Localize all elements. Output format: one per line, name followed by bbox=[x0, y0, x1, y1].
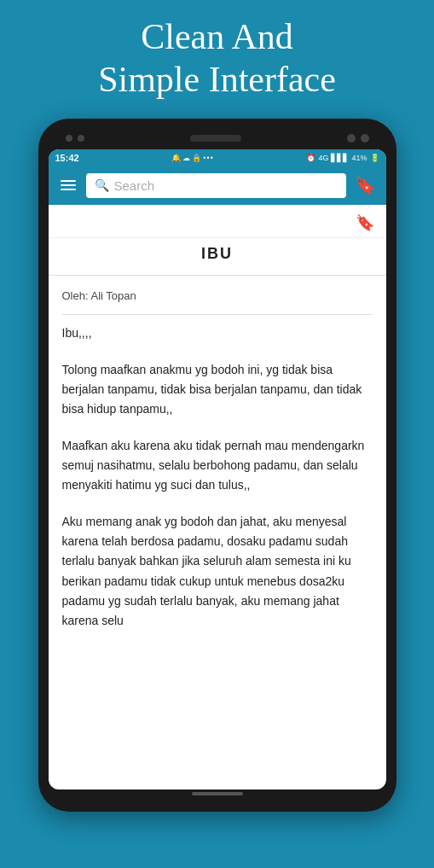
app-toolbar: 🔍 Search 🔖 bbox=[49, 166, 386, 205]
status-cloud-icon: ☁ bbox=[182, 154, 190, 162]
poem-author: Oleh: Ali Topan bbox=[62, 288, 373, 315]
phone-mockup: 15:42 🔔 ☁ 🔒 ••• ⏰ 4G ▋▋▋ 41% 🔋 bbox=[38, 119, 396, 812]
hamburger-line-3 bbox=[61, 189, 76, 190]
status-bar: 15:42 🔔 ☁ 🔒 ••• ⏰ 4G ▋▋▋ 41% 🔋 bbox=[49, 149, 386, 166]
status-lock-icon: 🔒 bbox=[192, 154, 201, 162]
hamburger-menu-button[interactable] bbox=[57, 178, 79, 192]
phone-sensors bbox=[347, 134, 369, 143]
status-right-icons: ⏰ 4G ▋▋▋ 41% 🔋 bbox=[306, 154, 379, 162]
hamburger-line-2 bbox=[61, 184, 76, 186]
hamburger-line-1 bbox=[61, 180, 76, 182]
camera-dot-2 bbox=[78, 135, 84, 142]
camera-dot-1 bbox=[66, 135, 72, 142]
sensor-dot-2 bbox=[361, 134, 369, 143]
status-dots: ••• bbox=[203, 154, 213, 162]
sensor-dot-1 bbox=[347, 134, 356, 143]
poem-header: 🔖 bbox=[49, 205, 386, 238]
phone-screen: 15:42 🔔 ☁ 🔒 ••• ⏰ 4G ▋▋▋ 41% 🔋 bbox=[49, 149, 386, 789]
status-signal: 4G bbox=[318, 154, 328, 162]
search-icon: 🔍 bbox=[95, 178, 109, 192]
status-time: 15:42 bbox=[55, 153, 79, 163]
status-notification-icon: 🔔 bbox=[171, 154, 181, 162]
bookmark-button[interactable]: 🔖 bbox=[353, 173, 378, 197]
header-title: Clean AndSimple Interface bbox=[64, 0, 370, 119]
poem-bookmark-icon[interactable]: 🔖 bbox=[356, 213, 374, 232]
poem-stanza-4: Aku memang anak yg bodoh dan jahat, aku … bbox=[62, 512, 373, 631]
poem-title: IBU bbox=[49, 238, 386, 276]
phone-top-bar bbox=[49, 129, 386, 149]
header-section: Clean AndSimple Interface bbox=[64, 0, 370, 119]
status-wifi: ▋▋▋ bbox=[331, 154, 349, 162]
content-area: 🔖 IBU Oleh: Ali Topan Ibu,,,, Tolong maa… bbox=[49, 205, 386, 660]
poem-stanza-2: Tolong maafkan anakmu yg bodoh ini, yg t… bbox=[62, 360, 373, 419]
status-alarm-icon: ⏰ bbox=[306, 154, 315, 162]
home-indicator bbox=[192, 792, 243, 795]
search-bar[interactable]: 🔍 Search bbox=[86, 173, 346, 198]
poem-stanza-1: Ibu,,,, bbox=[62, 323, 373, 343]
poem-stanza-3: Maafkan aku karena aku tidak pernah mau … bbox=[62, 436, 373, 495]
poem-body: Oleh: Ali Topan Ibu,,,, Tolong maafkan a… bbox=[49, 276, 386, 660]
phone-camera-area bbox=[66, 135, 84, 142]
search-input[interactable]: Search bbox=[114, 178, 155, 193]
phone-bottom-bar bbox=[49, 789, 386, 801]
status-battery: 41% bbox=[351, 154, 367, 162]
phone-speaker bbox=[190, 135, 241, 142]
status-battery-icon: 🔋 bbox=[370, 154, 379, 162]
